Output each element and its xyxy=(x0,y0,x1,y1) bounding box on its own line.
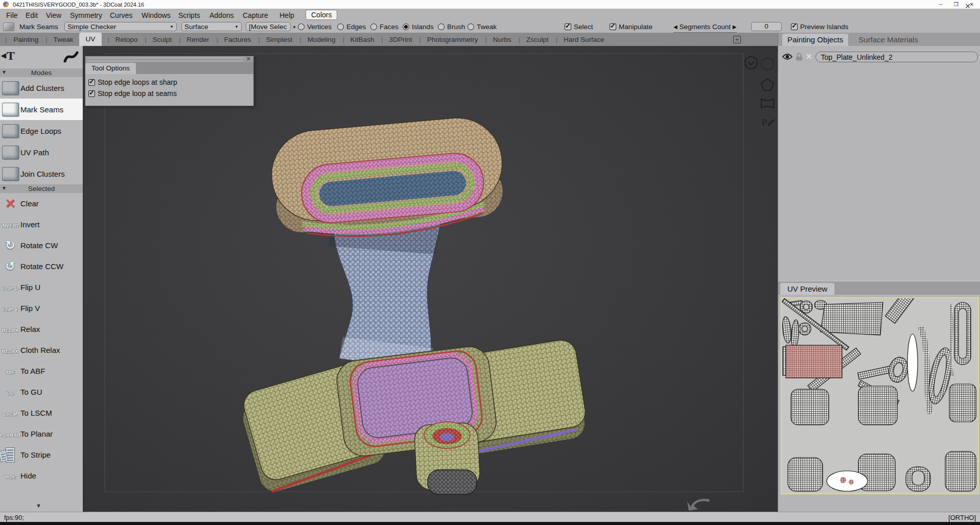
selection-mode-radio[interactable]: Tweak xyxy=(468,23,497,31)
sidebar-item[interactable]: ↻ Rotate CW xyxy=(0,235,83,256)
menu-bar: File Edit View Symmetry Curves Windows S… xyxy=(0,9,980,21)
viewport-3d[interactable]: P xyxy=(83,46,778,512)
object-name-field[interactable]: Top_Plate_Unlinked_2 xyxy=(815,52,978,62)
brush-stroke-icon[interactable] xyxy=(63,50,79,64)
menu-help[interactable]: Help xyxy=(277,10,296,20)
sidebar-item[interactable]: FLIP U Flip U xyxy=(0,277,83,298)
visibility-eye-icon[interactable] xyxy=(782,53,792,60)
maximize-button[interactable]: ❐ xyxy=(954,2,959,7)
workspace-tab[interactable]: KitBash xyxy=(339,34,378,45)
menu-scripts[interactable]: Scripts xyxy=(176,10,202,20)
transform-dropdown[interactable]: [Move Selec xyxy=(246,22,291,31)
selection-mode-radio[interactable]: Faces xyxy=(370,23,399,31)
menu-addons[interactable]: Addons xyxy=(207,10,236,20)
tool-options-grip[interactable]: ✕ xyxy=(85,56,253,63)
tabstrip-close-icon[interactable]: ✕ xyxy=(965,2,971,10)
segments-count-control: ◀ Segments Count ▶ xyxy=(673,23,737,33)
workspace-tab[interactable]: Hard Surface xyxy=(552,34,608,45)
selection-mode-radio[interactable]: Edges xyxy=(337,23,366,31)
segments-count-value[interactable]: 0 xyxy=(751,22,782,31)
delete-object-icon[interactable]: ✕ xyxy=(806,52,812,61)
selection-mode-radio[interactable]: Islands xyxy=(403,23,434,31)
workspace-tab[interactable]: Factures xyxy=(213,34,255,45)
menu-curves[interactable]: Curves xyxy=(108,10,134,20)
text-tool-icon[interactable]: T xyxy=(1,49,15,63)
surface-dropdown[interactable]: Surface ▼ xyxy=(181,22,242,31)
sidebar-section-modes[interactable]: Modes xyxy=(0,68,83,77)
workspace-tab[interactable]: Render xyxy=(175,34,213,45)
undo-arrow-icon[interactable] xyxy=(687,499,710,511)
object-row: ✕ Top_Plate_Unlinked_2 xyxy=(778,49,980,64)
checker-dropdown[interactable]: Simple Checker ▼ xyxy=(64,22,177,31)
sidebar-item-icon: HIDE xyxy=(4,471,16,481)
toolbar: Mark Seams Simple Checker ▼ Surface ▼ [M… xyxy=(0,21,980,33)
segments-decrement-icon[interactable]: ◀ xyxy=(673,24,678,30)
menu-view[interactable]: View xyxy=(44,10,63,20)
select-checkbox[interactable]: Select xyxy=(565,23,593,31)
menu-file[interactable]: File xyxy=(4,10,20,20)
sidebar-item-icon: RELAX xyxy=(2,325,19,334)
lock-icon[interactable] xyxy=(796,53,803,61)
selected-list: ✕ Clear INVERT Invert ↻ Rotate CW ↺ Rota… xyxy=(0,193,83,486)
chevron-down-icon[interactable]: ▼ xyxy=(292,25,296,30)
preview-islands-checkbox[interactable]: Preview Islands xyxy=(791,23,849,31)
selection-mode-radio[interactable]: Vertices xyxy=(298,23,332,31)
workspace-tab[interactable]: Tweak xyxy=(42,34,77,45)
workspace-tab[interactable]: Sculpt xyxy=(141,34,175,45)
sidebar-scroll-down-icon[interactable]: ▼ xyxy=(36,503,41,509)
sidebar-item-icon xyxy=(6,448,14,462)
sidebar-item[interactable]: Edge Loops xyxy=(0,120,83,141)
sidebar-item[interactable]: Mark Seams xyxy=(0,99,83,120)
workspace-tab[interactable]: Modeling xyxy=(296,34,339,45)
sidebar-item[interactable]: GU To GU xyxy=(0,381,83,402)
uv-preview-image[interactable] xyxy=(781,297,979,494)
workspace-tab-strip: PaintingTweakUVRetopoSculptRenderFacture… xyxy=(0,33,778,46)
workspace-tab[interactable]: Simplest xyxy=(254,34,296,45)
projection-mode: [ORTHO] xyxy=(948,514,976,521)
add-tab-icon[interactable]: + xyxy=(733,36,741,43)
manipulate-checkbox[interactable]: Manipulate xyxy=(610,23,652,31)
sidebar-section-selected[interactable]: Selected xyxy=(0,184,83,193)
sidebar-item[interactable]: RELAX Cloth Relax xyxy=(0,340,83,361)
close-icon[interactable]: ✕ xyxy=(246,56,251,62)
window-title: 0421THISISVERYGOOD_003.3b* - 3DCoat 2024… xyxy=(13,2,144,8)
sidebar-item-icon: FLIP U xyxy=(3,283,18,292)
sidebar-item[interactable]: ✕ Clear xyxy=(0,193,83,214)
minimize-button[interactable]: ─ xyxy=(939,2,943,7)
sidebar-item[interactable]: FLIP V Flip V xyxy=(0,298,83,319)
workspace-tab[interactable]: UV xyxy=(79,33,102,46)
sidebar-item[interactable]: PLANAR To Planar xyxy=(0,423,83,444)
right-panel-tab[interactable]: Surface Materials xyxy=(853,34,923,46)
menu-colors[interactable]: Colors xyxy=(306,10,337,20)
sidebar-item-icon: ✕ xyxy=(5,196,16,211)
workspace-tab[interactable]: Painting xyxy=(10,34,42,45)
tool-options-tab[interactable]: Tool Options xyxy=(85,63,136,74)
sidebar-item[interactable]: To Stripe xyxy=(0,444,83,465)
menu-windows[interactable]: Windows xyxy=(139,10,173,20)
sidebar-item[interactable]: INVERT Invert xyxy=(0,214,83,235)
workspace-tab[interactable]: 3DPrint xyxy=(378,34,415,45)
menu-capture[interactable]: Capture xyxy=(241,10,270,20)
uv-preview-tab[interactable]: UV Preview xyxy=(780,283,834,295)
tool-option-checkbox[interactable]: Stop edge loops at sharp xyxy=(88,77,250,88)
sidebar-item[interactable]: UV Path xyxy=(0,141,83,163)
workspace-tab[interactable]: Photogrammetry xyxy=(416,34,482,45)
workspace-tab[interactable]: Nurbs xyxy=(482,34,515,45)
menu-edit[interactable]: Edit xyxy=(24,10,40,20)
sidebar-item[interactable]: HIDE Hide xyxy=(0,465,83,486)
right-panel-tab[interactable]: Painting Objects xyxy=(782,34,848,46)
segments-increment-icon[interactable]: ▶ xyxy=(733,24,737,30)
sidebar-item[interactable]: Join Clusters xyxy=(0,163,83,184)
sidebar-item[interactable]: LSCM To LSCM xyxy=(0,402,83,423)
selection-mode-radio[interactable]: Brush xyxy=(438,23,465,31)
menu-symmetry[interactable]: Symmetry xyxy=(68,10,104,20)
sidebar-item[interactable]: ↺ Rotate CCW xyxy=(0,256,83,277)
sidebar-item[interactable]: ABF To ABF xyxy=(0,361,83,381)
sidebar-item[interactable]: RELAX Relax xyxy=(0,319,83,340)
workspace-tab[interactable]: Zsculpt xyxy=(515,34,552,45)
sidebar-item[interactable]: Add Clusters xyxy=(0,77,83,99)
workspace-tab[interactable]: Retopo xyxy=(104,34,141,45)
fps-counter: fps:90; xyxy=(4,514,24,521)
paint-mode-icon: P xyxy=(762,118,767,127)
tool-option-checkbox[interactable]: Stop edge loop at seams xyxy=(88,88,250,99)
